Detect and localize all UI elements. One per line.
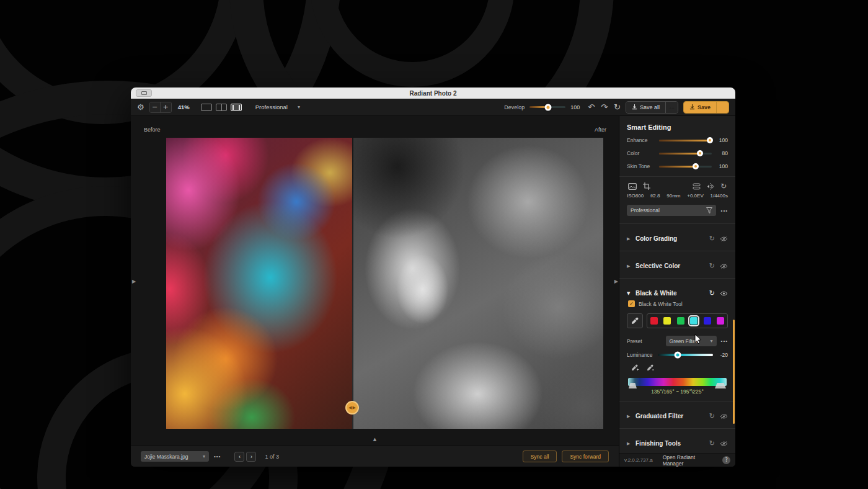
sync-all-button[interactable]: Sync all	[523, 451, 557, 462]
version-text: v.2.0.2.737.a	[624, 457, 653, 463]
before-label: Before	[144, 127, 161, 133]
color-value: 80	[712, 150, 728, 156]
bw-tool-checkbox[interactable]: ✓	[628, 300, 635, 307]
visibility-eye-off-icon[interactable]	[720, 413, 728, 419]
sync-forward-button[interactable]: Sync forward	[562, 451, 609, 462]
swatch-cyan-selected[interactable]	[690, 317, 698, 325]
preset-filter-select[interactable]: Professional	[627, 205, 716, 216]
view-mode-switcher	[201, 104, 242, 111]
exif-focal: 90mm	[666, 193, 680, 199]
section-black-white[interactable]: ▼ Black & White ↻	[627, 284, 728, 300]
zoom-out-button[interactable]: −	[150, 102, 161, 112]
window-control-button[interactable]	[136, 89, 152, 97]
reset-all-icon[interactable]: ↻	[614, 102, 621, 112]
section-reset-icon[interactable]: ↻	[709, 262, 715, 269]
panel-scrollbar[interactable]	[733, 320, 735, 424]
section-selective-color[interactable]: ▶ Selective Color ↻	[627, 256, 728, 276]
undo-icon[interactable]: ↶	[588, 102, 595, 112]
single-view-icon[interactable]	[201, 104, 212, 111]
panel-title: Smart Editing	[627, 123, 728, 131]
panel-footer: v.2.0.2.737.a Open Radiant Manager ?	[619, 453, 735, 467]
develop-slider-value: 100	[570, 104, 582, 110]
chevron-down-icon: ▾	[711, 338, 713, 344]
file-select[interactable]: Jojie Masskara.jpg ▾	[141, 451, 209, 462]
arrow-right-icon: ▶	[352, 405, 355, 410]
slider-fill	[659, 153, 700, 155]
save-button[interactable]: Save	[684, 102, 716, 113]
swatch-yellow[interactable]	[663, 317, 671, 325]
eyedropper-button[interactable]	[627, 313, 643, 328]
hue-range-bar[interactable]	[628, 378, 727, 386]
previous-image-button[interactable]: ‹	[234, 452, 244, 462]
flip-icon[interactable]	[707, 183, 714, 190]
mode-select[interactable]: Professional ▾	[255, 104, 300, 110]
section-reset-icon[interactable]: ↻	[709, 413, 715, 419]
left-panel-expand-icon[interactable]: ▶	[132, 278, 136, 284]
bw-preset-value: Green Filter	[670, 338, 698, 344]
photo-canvas[interactable]: ◀ ▶	[166, 138, 603, 429]
preset-more-icon[interactable]: •••	[721, 208, 728, 213]
next-image-button[interactable]: ›	[246, 452, 256, 462]
image-icon[interactable]	[628, 183, 637, 190]
right-panel-collapse-icon[interactable]: ▶	[614, 278, 618, 284]
swatch-blue[interactable]	[704, 317, 711, 325]
luminance-thumb[interactable]	[675, 352, 681, 359]
crop-icon[interactable]	[643, 182, 650, 190]
open-radiant-manager-link[interactable]: Open Radiant Manager	[663, 454, 717, 467]
section-color-grading[interactable]: ▶ Color Grading ↻	[627, 229, 728, 248]
split-compare-icon[interactable]	[693, 183, 701, 190]
slider-thumb[interactable]	[693, 163, 699, 169]
hue-dropper-row	[631, 364, 728, 372]
eyedropper-minus-icon[interactable]	[646, 364, 654, 372]
swatch-magenta[interactable]	[717, 317, 724, 325]
save-options-icon[interactable]	[716, 102, 728, 113]
zoom-in-button[interactable]: +	[161, 102, 171, 112]
skin-tone-slider[interactable]	[659, 166, 712, 168]
bw-preset-select[interactable]: Green Filter ▾	[666, 336, 717, 346]
image-viewport: Before After ◀ ▶ ▶ ▶ ▲	[131, 116, 619, 446]
arrow-left-icon: ◀	[348, 405, 352, 410]
hue-gradient	[628, 378, 727, 386]
slider-thumb[interactable]	[707, 137, 713, 143]
filmstrip-toggle-icon[interactable]: ▲	[373, 437, 376, 442]
section-finishing-tools[interactable]: ▶ Finishing Tools ↻	[627, 434, 728, 453]
edit-panel: Smart Editing Enhance 100 Color 80	[619, 116, 735, 467]
swatch-green[interactable]	[677, 317, 684, 325]
section-reset-icon[interactable]: ↻	[709, 440, 715, 447]
exif-shutter: 1/4400s	[710, 193, 727, 199]
help-icon[interactable]: ?	[722, 456, 730, 464]
luminance-slider[interactable]	[658, 354, 713, 356]
bw-preset-more-icon[interactable]: •••	[721, 338, 728, 344]
split-view-icon[interactable]	[216, 104, 227, 111]
section-graduated-filter[interactable]: ▶ Graduated Filter ↻	[627, 406, 728, 426]
eyedropper-plus-icon[interactable]	[631, 364, 639, 372]
save-all-button[interactable]: Save all	[626, 102, 665, 113]
section-reset-icon[interactable]: ↻	[709, 235, 715, 242]
swatch-red[interactable]	[650, 317, 658, 325]
settings-gear-icon[interactable]: ⚙	[137, 103, 144, 111]
slider-row: Enhance 100	[627, 137, 728, 143]
enhance-slider[interactable]	[659, 140, 712, 141]
compare-split-handle[interactable]: ◀ ▶	[345, 401, 359, 415]
save-group: Save	[683, 101, 729, 114]
preset-filter-value: Professional	[631, 207, 660, 213]
develop-slider-thumb[interactable]	[545, 104, 552, 110]
develop-slider[interactable]	[529, 106, 565, 108]
save-all-options-icon[interactable]	[665, 102, 678, 113]
compare-view-icon[interactable]	[231, 104, 242, 111]
window-titlebar: Radiant Photo 2	[131, 87, 735, 99]
save-label: Save	[698, 104, 711, 110]
file-more-icon[interactable]: •••	[214, 454, 221, 459]
section-reset-icon[interactable]: ↻	[709, 290, 715, 297]
divider	[619, 278, 735, 279]
divider	[619, 176, 735, 177]
section-label: Selective Color	[636, 262, 709, 269]
color-slider[interactable]	[659, 153, 712, 155]
visibility-eye-off-icon[interactable]	[720, 441, 728, 447]
visibility-eye-off-icon[interactable]	[720, 236, 728, 242]
visibility-eye-off-icon[interactable]	[720, 263, 728, 269]
slider-thumb[interactable]	[697, 150, 703, 156]
redo-icon[interactable]: ↷	[601, 102, 608, 112]
visibility-eye-icon[interactable]	[720, 290, 728, 297]
rotate-icon[interactable]: ↻	[720, 182, 727, 191]
